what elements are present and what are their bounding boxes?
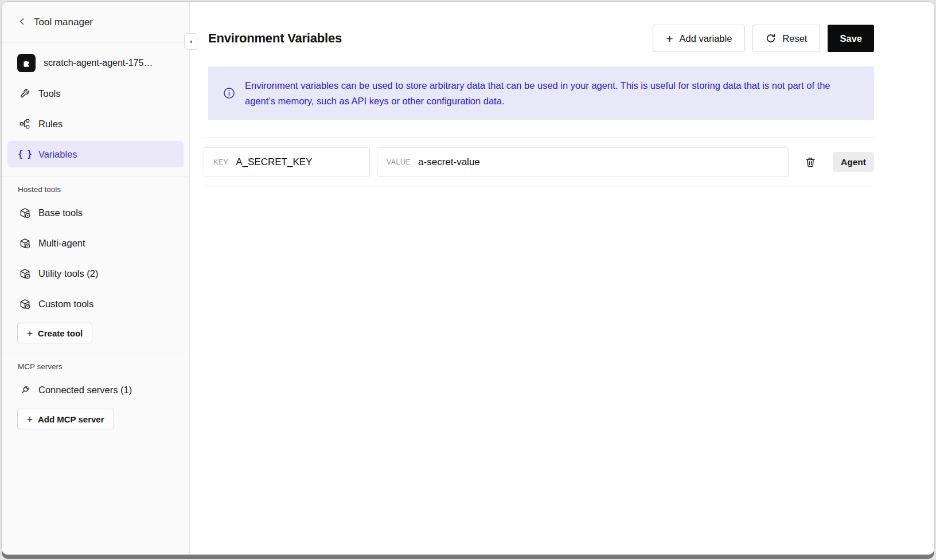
chevron-left-icon — [18, 17, 26, 28]
agent-scope-badge[interactable]: Agent — [833, 152, 874, 172]
value-input[interactable] — [418, 156, 779, 168]
sidebar-header: Tool manager — [2, 2, 189, 43]
sidebar-item-label: Utility tools (2) — [38, 268, 99, 279]
plus-icon: + — [27, 328, 33, 338]
sidebar-item-label: Connected servers (1) — [38, 385, 132, 395]
sidebar-item-label: Base tools — [38, 207, 83, 218]
sidebar: Tool manager scratch-agent-agent-175… To… — [2, 2, 190, 554]
sidebar-item-base-tools[interactable]: Base tools — [7, 199, 184, 226]
wrench-icon — [19, 88, 30, 99]
plus-icon: + — [27, 414, 33, 424]
key-field[interactable]: KEY — [204, 147, 370, 177]
key-input[interactable] — [236, 156, 360, 168]
save-button[interactable]: Save — [828, 25, 874, 52]
sidebar-item-label: Variables — [38, 149, 77, 160]
agent-name: scratch-agent-agent-175… — [44, 58, 153, 68]
sidebar-item-label: Tools — [38, 88, 61, 99]
sidebar-item-label: Multi-agent — [38, 238, 85, 249]
agent-avatar-icon — [17, 54, 36, 72]
app-window: Tool manager scratch-agent-agent-175… To… — [1, 1, 935, 555]
rules-flow-icon — [19, 118, 30, 130]
cube-icon — [19, 207, 30, 218]
value-field[interactable]: VALUE — [377, 147, 789, 177]
variable-row: KEY VALUE Agent — [204, 147, 874, 177]
info-banner: Environment variables can be used to sto… — [208, 66, 874, 120]
mcp-servers-section: MCP servers Connected servers (1) + Add … — [2, 354, 189, 440]
sidebar-item-agent[interactable]: scratch-agent-agent-175… — [7, 50, 184, 76]
sidebar-item-custom-tools[interactable]: Custom tools — [7, 291, 184, 317]
key-field-label: KEY — [213, 158, 228, 166]
sidebar-item-label: Rules — [38, 119, 63, 130]
sidebar-collapse-button[interactable] — [184, 33, 197, 50]
trash-icon — [805, 156, 816, 168]
main-content: Environment Variables + Add variable Res… — [190, 2, 934, 554]
mcp-servers-label: MCP servers — [2, 362, 189, 377]
page-title: Environment Variables — [208, 31, 342, 46]
sidebar-item-multi-agent[interactable]: Multi-agent — [7, 230, 184, 256]
info-icon — [223, 87, 235, 99]
plus-icon: + — [666, 33, 673, 45]
create-tool-button[interactable]: + Create tool — [17, 323, 92, 343]
main-header: Environment Variables + Add variable Res… — [204, 25, 874, 52]
variables-section: KEY VALUE Agent — [204, 138, 874, 186]
add-mcp-server-button[interactable]: + Add MCP server — [17, 409, 114, 429]
reset-button[interactable]: Reset — [752, 25, 820, 52]
sidebar-item-utility-tools[interactable]: Utility tools (2) — [7, 260, 184, 287]
toolbar: + Add variable Reset Save — [653, 25, 874, 52]
braces-icon: { } — [19, 148, 30, 160]
hosted-tools-section: Hosted tools Base tools Multi-agent — [2, 177, 189, 354]
cube-icon — [19, 237, 30, 249]
sidebar-item-connected-servers[interactable]: Connected servers (1) — [7, 377, 184, 403]
plug-icon — [19, 384, 30, 395]
info-banner-text: Environment variables can be used to sto… — [245, 78, 859, 108]
sidebar-title: Tool manager — [34, 17, 93, 28]
add-variable-button[interactable]: + Add variable — [653, 25, 745, 52]
back-button[interactable] — [18, 17, 26, 28]
value-field-label: VALUE — [387, 158, 411, 166]
sidebar-item-variables[interactable]: { } Variables — [7, 141, 184, 167]
refresh-icon — [766, 33, 776, 44]
sidebar-item-rules[interactable]: Rules — [7, 111, 184, 137]
cube-icon — [19, 268, 30, 279]
sidebar-nav: scratch-agent-agent-175… Tools Rules { }… — [2, 43, 189, 177]
sidebar-item-tools[interactable]: Tools — [7, 80, 184, 107]
hosted-tools-label: Hosted tools — [2, 185, 189, 199]
cube-edit-icon — [19, 298, 30, 310]
delete-variable-button[interactable] — [804, 155, 817, 169]
triangle-left-icon — [188, 38, 194, 45]
sidebar-item-label: Custom tools — [38, 299, 93, 310]
